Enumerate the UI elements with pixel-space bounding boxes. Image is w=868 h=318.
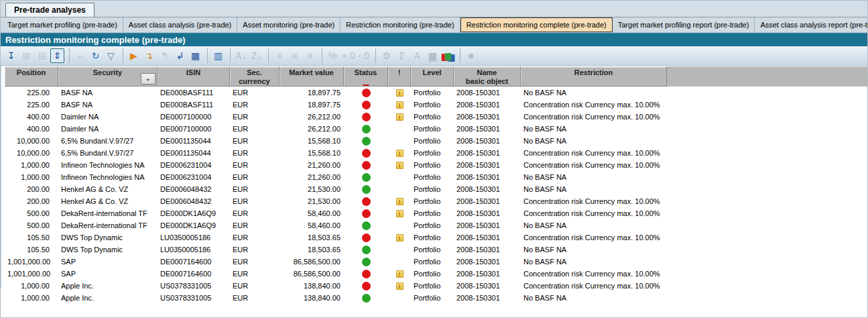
tab-pre-trade-analyses[interactable]: Pre-trade analyses [5,3,95,17]
column-header-security[interactable]: Security ⌄ [58,66,158,87]
subtab-label: Asset class analysis report (pre-trade) [760,21,868,29]
table-row[interactable]: 200.00 Henkel AG & Co. VZ DE0006048432 E… [5,195,867,207]
cell-market-value: 21,530.00 [280,195,344,207]
cell-restriction: Concentration risk Currency max. 10.00% [521,159,667,171]
sort-ascending-icon[interactable]: A↓ [230,48,248,63]
format-values-icon[interactable]: ⚙ [375,48,393,63]
cell-position: 400.00 [5,111,58,123]
table-row[interactable]: 105.50 DWS Top Dynamic LU0350005186 EUR … [5,231,867,244]
column-header-restriction[interactable]: Restriction [521,66,667,87]
chart-mono-icon[interactable]: ▆ [426,48,440,63]
warning-icon: ! [396,270,404,278]
refresh-icon[interactable]: ↻ [88,48,103,63]
expand-all-icon[interactable]: ⊞ [19,48,34,63]
cell-security: Infineon Technologies NA [58,159,158,171]
drill-back-icon[interactable]: ↰ [158,48,172,63]
tab-asset-class-analysis[interactable]: Asset class analysis (pre-trade) [123,17,237,32]
table-row[interactable]: 1,000.00 Apple Inc. US0378331005 EUR 138… [5,292,867,304]
collapse-all-icon[interactable]: ⊟ [35,48,49,63]
table-row[interactable]: 400.00 Daimler NA DE0007100000 EUR 26,21… [5,111,867,123]
align-center-icon[interactable]: ≡ [288,48,302,63]
table-row[interactable]: 500.00 DekaRent-international TF DE000DK… [5,219,867,231]
sort-descending-icon[interactable]: Z↓ [249,48,263,63]
tab-asset-monitoring[interactable]: Asset monitoring (pre-trade) [237,17,340,32]
filter-icon[interactable]: ▽ [104,48,118,63]
column-header-status[interactable]: Status [344,66,388,87]
cell-security: SAP [58,256,158,268]
tab-target-market-profiling-report[interactable]: Target market profiling report (pre-trad… [613,17,755,32]
tab-asset-class-analysis-report[interactable]: Asset class analysis report (pre-trade) [755,17,868,32]
cell-currency: EUR [230,183,280,195]
chart-color-icon[interactable]: ▆ [441,48,455,63]
cell-level: Portfolio [411,171,454,183]
table-row[interactable]: 400.00 Daimler NA DE0007100000 EUR 26,21… [5,123,867,135]
cell-status [344,111,388,123]
cell-security: SAP [58,268,158,280]
decimal-remove-icon[interactable]: -.0 [357,48,371,63]
cell-warning [388,183,411,195]
status-light-icon [362,270,371,278]
decimal-add-icon[interactable]: +.0 [341,48,355,63]
cell-security: 6,5% Bundanl.V.97/27 [58,135,158,147]
cell-position: 1,000.00 [5,159,58,171]
cell-status [344,244,388,256]
cell-market-value: 138,840.00 [280,292,344,304]
cell-currency: EUR [230,207,280,219]
cell-market-value: 21,260.00 [280,159,344,171]
status-light-icon [362,221,371,230]
stop-icon[interactable]: ■ [460,48,478,63]
table-row[interactable]: 1,000.00 Apple Inc. US0378331005 EUR 138… [5,280,867,292]
column-select-icon[interactable]: ▥ [207,48,225,63]
cell-basic-object: 2008-150301 [454,292,521,304]
cell-position: 105.50 [5,231,58,244]
cell-isin: DE000BASF111 [158,87,230,99]
jump-to-detail-icon[interactable]: ↲ [173,48,187,63]
cell-security: Apple Inc. [58,292,158,304]
tab-restriction-monitoring[interactable]: Restriction monitoring (pre-trade) [340,17,460,32]
column-header-name-basic-object[interactable]: Name basic object [454,66,521,87]
drill-down-icon[interactable]: ▶ [123,48,141,63]
tab-target-market-profiling[interactable]: Target market profiling (pre-trade) [2,17,123,32]
table-row[interactable]: 200.00 Henkel AG & Co. VZ DE0006048432 E… [5,183,867,195]
cell-position: 10,000.00 [5,135,58,147]
table-row[interactable]: 1,000.00 Infineon Technologies NA DE0006… [5,159,867,171]
font-icon[interactable]: A [410,48,424,63]
column-header-warning[interactable]: ! [388,66,411,87]
warning-icon: ! [396,113,404,121]
table-row[interactable]: 10,000.00 6,5% Bundanl.V.97/27 DE0001135… [5,147,867,159]
cell-status [344,280,388,292]
table-row[interactable]: 500.00 DekaRent-international TF DE000DK… [5,207,867,219]
column-header-sec-currency[interactable]: Sec. currency [230,66,280,87]
cell-level: Portfolio [411,195,454,207]
export-rows-icon[interactable]: ↧ [4,48,18,63]
table-row[interactable]: 1,001,000.00 SAP DE0007164600 EUR 86,586… [5,268,867,280]
cell-currency: EUR [230,111,280,123]
cell-basic-object: 2008-150301 [454,135,521,147]
cell-isin: DE0007100000 [158,123,230,135]
tab-restriction-monitoring-complete[interactable]: Restriction monitoring complete (pre-tra… [460,17,613,32]
table-row[interactable]: 225.00 BASF NA DE000BASF111 EUR 18,897.7… [5,87,867,99]
column-header-position[interactable]: Position [5,66,58,87]
chart-columns-icon[interactable]: ▦ [188,48,202,63]
table-row[interactable]: 1,001,000.00 SAP DE0007164600 EUR 86,586… [5,256,867,268]
align-left-icon[interactable]: ≡ [268,48,286,63]
align-right-icon[interactable]: ≡ [303,48,317,63]
sum-icon[interactable]: Σ [395,48,409,63]
table-row[interactable]: 10,000.00 6,5% Bundanl.V.97/27 DE0001135… [5,135,867,147]
percent-format-icon[interactable]: % [322,48,340,63]
column-header-market-value[interactable]: Market value [280,66,344,87]
resize-columns-icon[interactable]: ↔ [69,48,87,63]
table-row[interactable]: 225.00 BASF NA DE000BASF111 EUR 18,897.7… [5,99,867,111]
table-row[interactable]: 1,000.00 Infineon Technologies NA DE0006… [5,171,867,183]
drill-step-icon[interactable]: ↴ [142,48,156,63]
cell-status [344,183,388,195]
column-header-level[interactable]: Level [411,66,454,87]
table-row[interactable]: 105.50 DWS Top Dynamic LU0350005186 EUR … [5,244,867,256]
column-header-isin[interactable]: ISIN [158,66,230,87]
security-filter-dropdown[interactable]: ⌄ [141,73,156,85]
fit-row-height-icon[interactable]: ⇕ [50,48,64,63]
cell-market-value: 15,568.10 [280,135,344,147]
cell-isin: DE0006231004 [158,159,230,171]
cell-currency: EUR [230,135,280,147]
subtab-label: Restriction monitoring complete (pre-tra… [467,21,607,29]
